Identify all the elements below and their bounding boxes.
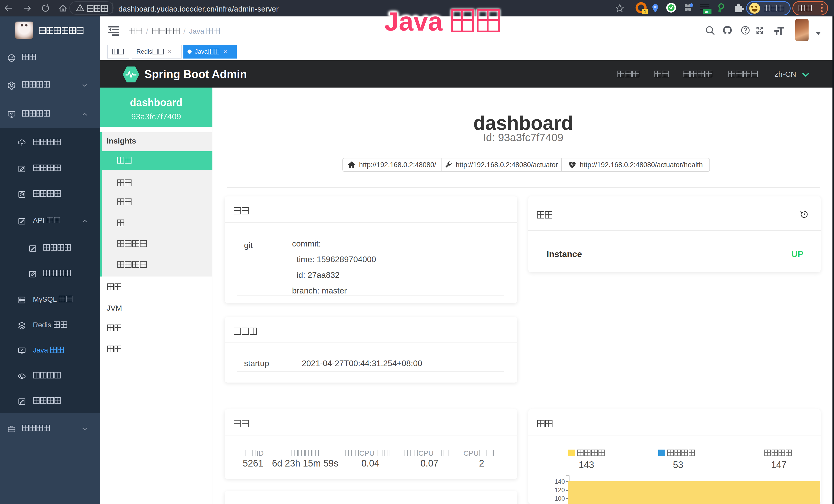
svg-text:on: on — [705, 9, 709, 14]
svg-text:1: 1 — [644, 9, 646, 14]
